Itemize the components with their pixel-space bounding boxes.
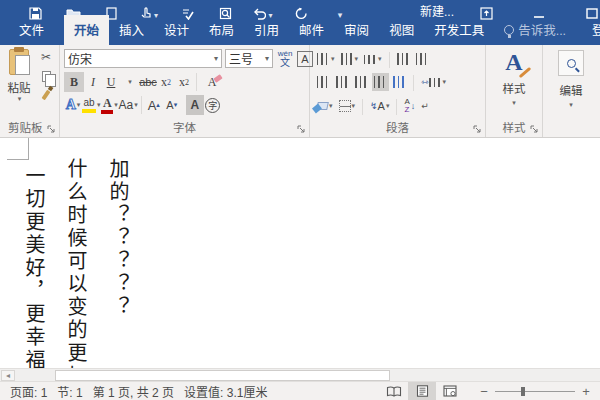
decrease-indent-icon[interactable] (395, 50, 412, 68)
enclose-characters-icon[interactable]: 字 (204, 95, 222, 115)
web-layout-icon[interactable] (436, 382, 464, 400)
status-bar: 页面: 1 节: 1 第 1 页, 共 2 页 设置值: 3.1厘米 − + (0, 381, 600, 400)
styles-button[interactable]: A 样式 ▾ (492, 50, 536, 116)
styles-dialog-launcher-icon[interactable] (530, 125, 539, 134)
superscript-button[interactable]: x2 (175, 72, 193, 92)
status-page-area[interactable]: 页面: 1 (10, 383, 47, 400)
bold-button[interactable]: B (64, 72, 84, 92)
paste-dropdown-caret: ▾ (18, 95, 22, 103)
character-shading-icon[interactable]: A (186, 95, 204, 115)
clear-formatting-icon[interactable]: A (206, 72, 224, 92)
find-icon (558, 50, 584, 76)
format-painter-icon[interactable] (38, 87, 54, 103)
print-layout-icon[interactable] (408, 382, 436, 400)
phonetic-guide-icon[interactable]: wén文 (276, 50, 294, 68)
clipboard-group: 粘贴 ▾ ✂ 剪贴板 (0, 45, 60, 137)
scroll-left-arrow-icon[interactable]: ◂ (1, 370, 15, 381)
shading-icon[interactable]: ▾ (315, 97, 335, 115)
numbering-icon[interactable]: ▾ (339, 50, 361, 68)
paste-label: 粘贴 (8, 79, 31, 95)
zoom-out-icon[interactable]: − (478, 384, 490, 399)
lightbulb-icon (504, 25, 514, 35)
zoom-slider-track[interactable] (495, 391, 575, 392)
borders-icon[interactable]: ▾ (337, 97, 358, 115)
font-group-label: 字体 (60, 119, 309, 135)
zoom-in-icon[interactable]: + (580, 384, 592, 399)
font-name-value: 仿宋 (68, 50, 92, 67)
font-color-icon[interactable]: A▾ (101, 95, 119, 115)
vertical-text-column-2: 什么时候可以变的更加 (66, 158, 86, 368)
tab-design[interactable]: 设计 (154, 15, 199, 45)
tab-mailings[interactable]: 邮件 (289, 15, 334, 45)
tab-home[interactable]: 开始 (64, 15, 109, 45)
read-mode-icon[interactable] (380, 382, 408, 400)
scrollbar-thumb[interactable] (55, 370, 390, 381)
page-margin-corner-mark (7, 138, 29, 160)
shrink-font-icon[interactable]: A▾ (163, 95, 181, 115)
strikethrough-button[interactable]: abc (139, 72, 157, 92)
styles-button-label: 样式 (503, 80, 526, 96)
italic-button[interactable]: I (84, 72, 102, 92)
highlight-color-icon[interactable]: ab▾ (82, 95, 101, 115)
paragraph-dialog-launcher-icon[interactable] (473, 125, 482, 134)
ribbon: 粘贴 ▾ ✂ 剪贴板 仿宋▾ 三号▾ wén文 A B I U ▾ abc x2… (0, 45, 600, 138)
styles-group: A 样式 ▾ 样式 (486, 45, 543, 137)
editing-button-label: 编辑 (560, 82, 583, 98)
editing-group: 编辑 ▾ (543, 45, 600, 137)
font-name-combo[interactable]: 仿宋▾ (64, 49, 222, 68)
justify-icon[interactable] (372, 73, 389, 91)
tell-me-box[interactable]: 告诉我... (494, 15, 576, 45)
document-canvas[interactable]: 加的？？？？？ 什么时候可以变的更加 一切更美好，更幸福 (0, 138, 600, 368)
status-setting-value[interactable]: 设置值: 3.1厘米 (184, 383, 267, 400)
underline-dropdown-caret[interactable]: ▾ (121, 72, 139, 92)
change-case-icon[interactable]: Aa▾ (119, 95, 138, 115)
paragraph-group: ▾ ▾ ▾ ⇿▾ ▾ ▾ ↯A▾ AZ↓ ↵ 段落 (310, 45, 486, 137)
sign-in-button[interactable]: 登录 (582, 15, 600, 45)
tab-review[interactable]: 审阅 (334, 15, 379, 45)
paste-clipboard-icon (9, 49, 29, 75)
distribute-icon[interactable] (391, 73, 408, 91)
zoom-control: − + (478, 384, 592, 399)
align-right-icon[interactable] (353, 73, 370, 91)
line-spacing-icon[interactable]: ⇿▾ (419, 73, 448, 91)
paragraph-group-label: 段落 (310, 119, 485, 135)
horizontal-scrollbar[interactable]: ◂ (0, 368, 600, 381)
font-size-combo[interactable]: 三号▾ (225, 49, 273, 68)
paste-button[interactable]: 粘贴 ▾ (4, 49, 34, 111)
align-left-icon[interactable] (315, 73, 332, 91)
ribbon-tab-bar: 文件 开始 插入 设计 布局 引用 邮件 审阅 视图 开发工具 告诉我... 登… (0, 20, 600, 45)
grow-font-icon[interactable]: A▴ (145, 95, 163, 115)
tab-file[interactable]: 文件 (5, 15, 58, 45)
styles-icon: A (505, 50, 522, 74)
tab-references[interactable]: 引用 (244, 15, 289, 45)
status-page-of[interactable]: 第 1 页, 共 2 页 (93, 383, 174, 400)
zoom-slider-thumb[interactable] (521, 387, 525, 396)
cut-icon[interactable]: ✂ (38, 49, 54, 65)
show-hide-marks-icon[interactable]: ↵ (419, 97, 431, 115)
vertical-text-column-1: 加的？？？？？ (108, 158, 128, 319)
editing-dropdown-caret: ▾ (569, 101, 573, 109)
tab-insert[interactable]: 插入 (109, 15, 154, 45)
sort-icon[interactable]: AZ↓ (402, 97, 417, 115)
tell-me-label: 告诉我... (518, 20, 566, 39)
tab-developer[interactable]: 开发工具 (424, 15, 494, 45)
tab-view[interactable]: 视图 (379, 15, 424, 45)
status-section[interactable]: 节: 1 (57, 383, 82, 400)
subscript-button[interactable]: x2 (157, 72, 175, 92)
styles-dropdown-caret: ▾ (512, 99, 516, 107)
tab-layout[interactable]: 布局 (199, 15, 244, 45)
text-direction-icon[interactable]: ↯A▾ (368, 97, 391, 115)
editing-button[interactable]: 编辑 ▾ (549, 50, 593, 116)
underline-button[interactable]: U (102, 72, 120, 92)
vertical-text-column-3: 一切更美好，更幸福 (24, 165, 44, 368)
increase-indent-icon[interactable] (414, 50, 431, 68)
font-group: 仿宋▾ 三号▾ wén文 A B I U ▾ abc x2 x2 A A▾ ab… (60, 45, 310, 137)
multilevel-list-icon[interactable]: ▾ (362, 50, 384, 68)
bullets-icon[interactable]: ▾ (315, 50, 337, 68)
text-effects-icon[interactable]: A▾ (64, 95, 82, 115)
font-dialog-launcher-icon[interactable] (297, 125, 306, 134)
font-size-value: 三号 (229, 50, 253, 67)
copy-icon[interactable] (38, 68, 54, 84)
clipboard-dialog-launcher-icon[interactable] (47, 125, 56, 134)
align-center-icon[interactable] (334, 73, 351, 91)
